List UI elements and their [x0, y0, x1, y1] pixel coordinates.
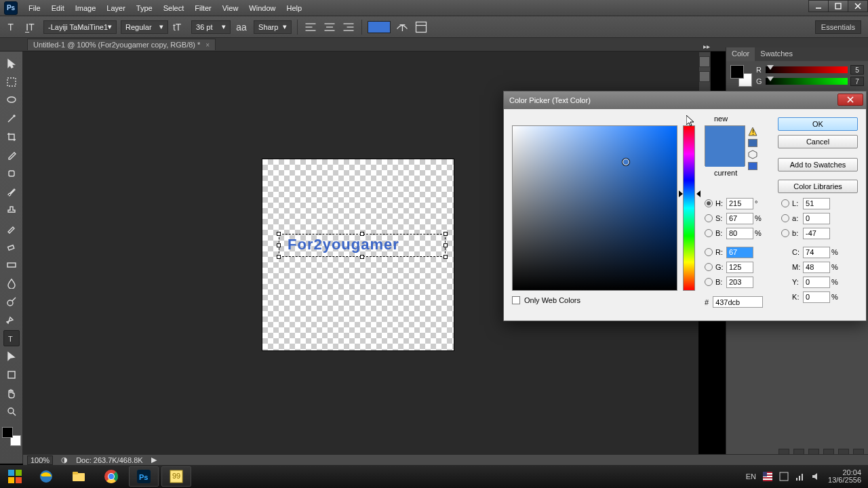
taskbar-explorer[interactable]: [64, 466, 94, 487]
ok-button[interactable]: OK: [778, 117, 858, 131]
tray-flag-icon[interactable]: [763, 472, 772, 481]
only-web-colors-checkbox[interactable]: [512, 296, 520, 304]
text-color-swatch[interactable]: [368, 21, 391, 33]
sv-cursor-icon[interactable]: [623, 159, 629, 165]
resize-handle[interactable]: [443, 243, 448, 247]
new-color-swatch[interactable]: [705, 126, 745, 146]
dialog-close-button[interactable]: [837, 94, 863, 106]
slider-g[interactable]: G7: [756, 77, 864, 86]
menu-help[interactable]: Help: [281, 0, 307, 16]
slider-r[interactable]: R5: [756, 65, 864, 75]
crop-tool[interactable]: [3, 129, 20, 145]
pen-tool[interactable]: [3, 312, 20, 328]
color-libraries-button[interactable]: Color Libraries: [778, 180, 858, 193]
brush-tool[interactable]: [3, 184, 20, 200]
heal-tool[interactable]: [3, 165, 20, 182]
websafe-swatch[interactable]: [748, 162, 757, 170]
tab-swatches[interactable]: Swatches: [755, 47, 798, 61]
stamp-tool[interactable]: [3, 202, 20, 218]
hex-input[interactable]: 437dcb: [713, 296, 763, 308]
orientation-button[interactable]: I̲T: [24, 20, 39, 35]
menu-select[interactable]: Select: [158, 0, 190, 16]
history-brush-tool[interactable]: [3, 220, 20, 237]
hue-slider[interactable]: [683, 125, 695, 291]
websafe-warning-icon[interactable]: [748, 150, 757, 159]
start-button[interactable]: [0, 465, 30, 488]
zoom-tool[interactable]: [3, 403, 20, 420]
radio-a[interactable]: [781, 214, 789, 222]
radio-b-rgb[interactable]: [705, 278, 713, 286]
character-panel-button[interactable]: [414, 20, 429, 35]
menu-image[interactable]: Image: [70, 0, 102, 16]
lasso-tool[interactable]: [3, 92, 20, 108]
taskbar-ie[interactable]: [31, 466, 61, 487]
eyedrop-tool[interactable]: [3, 147, 20, 163]
eraser-tool[interactable]: [3, 239, 20, 255]
y-input[interactable]: 0: [803, 277, 830, 288]
canvas[interactable]: For2yougamer: [262, 159, 454, 351]
type-tool-preset[interactable]: T: [5, 20, 20, 35]
menu-layer[interactable]: Layer: [101, 0, 131, 16]
l-input[interactable]: 51: [803, 198, 830, 209]
c-input[interactable]: 74: [803, 247, 830, 258]
taskbar-chrome[interactable]: [96, 466, 126, 487]
wand-tool[interactable]: [3, 110, 20, 127]
menu-view[interactable]: View: [217, 0, 244, 16]
sv-color-field[interactable]: [512, 125, 677, 291]
menu-window[interactable]: Window: [243, 0, 281, 16]
blur-tool[interactable]: [3, 275, 20, 291]
radio-h[interactable]: [705, 199, 713, 207]
zoom-value[interactable]: 100%: [27, 455, 53, 465]
menu-edit[interactable]: Edit: [46, 0, 70, 16]
resize-handle[interactable]: [277, 255, 281, 259]
gamut-warning-icon[interactable]: !: [748, 127, 757, 136]
color-panel-swatch[interactable]: [730, 65, 752, 87]
slider-g-value[interactable]: 7: [850, 77, 864, 86]
menu-file[interactable]: File: [23, 0, 46, 16]
tray-network-icon[interactable]: [795, 472, 805, 481]
radio-s[interactable]: [705, 214, 713, 222]
g-input[interactable]: 125: [726, 262, 753, 273]
radio-r[interactable]: [705, 248, 713, 256]
close-tab-icon[interactable]: ×: [205, 41, 210, 49]
dock-history-icon[interactable]: [699, 56, 710, 67]
workspace-switcher[interactable]: Essentials: [815, 20, 861, 34]
align-center-button[interactable]: [322, 20, 337, 35]
cancel-button[interactable]: Cancel: [778, 135, 858, 148]
tray-volume-icon[interactable]: [812, 472, 821, 481]
close-button[interactable]: [848, 0, 868, 12]
dialog-title-bar[interactable]: Color Picker (Text Color): [504, 92, 866, 109]
collapsed-dock[interactable]: ▸▸: [698, 52, 711, 92]
resize-handle[interactable]: [277, 243, 281, 247]
font-style-select[interactable]: Regular▾: [121, 20, 168, 34]
k-input[interactable]: 0: [803, 291, 830, 303]
b-rgb-input[interactable]: 203: [726, 277, 753, 288]
resize-handle[interactable]: [360, 232, 364, 236]
align-left-button[interactable]: [303, 20, 318, 35]
menu-filter[interactable]: Filter: [189, 0, 216, 16]
m-input[interactable]: 48: [803, 262, 830, 273]
tray-lang[interactable]: EN: [746, 472, 756, 481]
s-input[interactable]: 67: [726, 213, 753, 224]
anti-alias-select[interactable]: Sharp▾: [254, 20, 292, 34]
b-lab-input[interactable]: -47: [803, 228, 830, 239]
font-family-select[interactable]: -Layiji TaMaiTine1▾: [43, 20, 117, 34]
marquee-tool[interactable]: [3, 74, 20, 90]
resize-handle[interactable]: [360, 255, 364, 259]
radio-g[interactable]: [705, 263, 713, 271]
path-select-tool[interactable]: [3, 348, 20, 365]
resize-handle[interactable]: [443, 255, 448, 259]
taskbar-app[interactable]: 99: [161, 466, 191, 487]
dodge-tool[interactable]: [3, 293, 20, 310]
gamut-safe-swatch[interactable]: [748, 139, 757, 147]
warp-text-button[interactable]: T: [395, 20, 410, 35]
type-tool[interactable]: T: [3, 330, 20, 346]
tab-color[interactable]: Color: [726, 47, 755, 61]
font-size-select[interactable]: 36 pt▾: [191, 20, 231, 34]
resize-handle[interactable]: [443, 232, 448, 236]
menu-type[interactable]: Type: [131, 0, 158, 16]
taskbar-photoshop[interactable]: Ps: [129, 466, 159, 487]
align-right-button[interactable]: [341, 20, 356, 35]
radio-l[interactable]: [781, 199, 789, 207]
hue-thumb-icon[interactable]: [696, 190, 701, 197]
